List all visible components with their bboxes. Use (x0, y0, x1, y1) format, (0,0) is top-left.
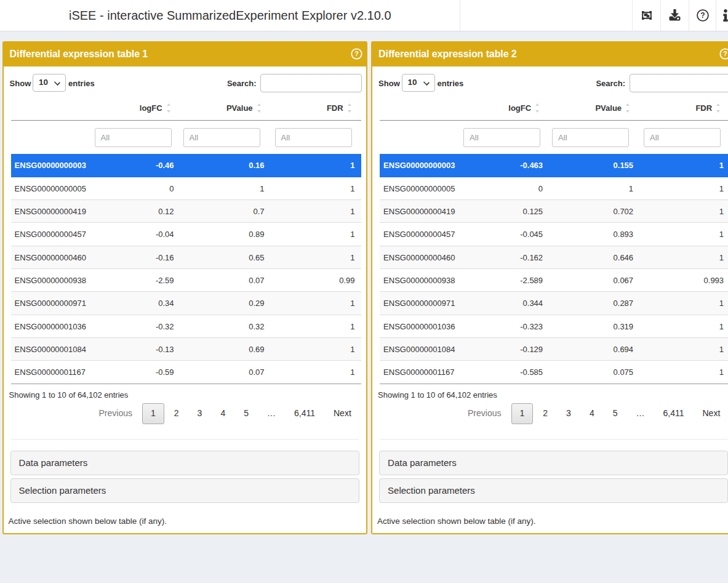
svg-text:?: ? (700, 11, 705, 20)
svg-text:?: ? (354, 50, 359, 58)
svg-text:?: ? (723, 50, 727, 58)
